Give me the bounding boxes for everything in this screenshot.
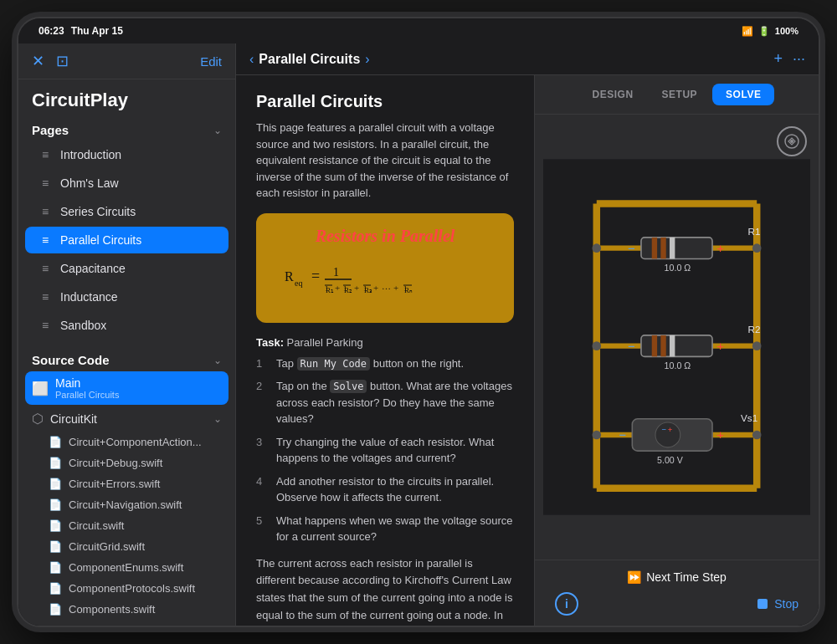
svg-point-69	[752, 431, 762, 440]
next-step-icon: ⏩	[627, 570, 641, 584]
file-name: Circuit+ComponentAction...	[69, 436, 202, 448]
file-icon: 📄	[49, 436, 62, 448]
formula-title: Resistors in Parallel	[270, 227, 501, 246]
tab-setup[interactable]: SETUP	[649, 84, 711, 105]
file-icon: 📄	[49, 478, 62, 490]
svg-text:+: +	[393, 283, 398, 293]
doc-intro: This page features a parallel circuit wi…	[256, 120, 514, 202]
svg-text:10.0 Ω: 10.0 Ω	[665, 263, 691, 273]
sidebar-item-sandbox[interactable]: ≡ Sandbox	[25, 312, 229, 339]
sidebar-item-capacitance[interactable]: ≡ Capacitance	[25, 255, 229, 282]
file-icon: 📄	[49, 519, 62, 532]
circuit-canvas: R1 10.0 Ω − +	[535, 115, 819, 560]
task-num: 1	[256, 355, 270, 372]
svg-text:eq: eq	[295, 279, 302, 288]
file-item-2[interactable]: 📄 Circuit+Debug.swift	[18, 452, 235, 473]
doc-body-paragraph: The current across each resistor in para…	[256, 555, 514, 626]
svg-text:+: +	[716, 428, 724, 442]
svg-text:Rₙ: Rₙ	[404, 286, 413, 294]
next-time-step-button[interactable]: ⏩ Next Time Step	[627, 570, 727, 584]
task-section: Task: Parallel Parking 1 Tap Run My Code…	[256, 336, 514, 545]
edit-button[interactable]: Edit	[200, 54, 222, 69]
content-body: Parallel Circuits This page features a p…	[236, 75, 819, 626]
split-view-button[interactable]: ⊡	[56, 52, 69, 70]
file-item-1[interactable]: 📄 Circuit+ComponentAction...	[18, 432, 235, 452]
svg-text:+: +	[335, 283, 340, 293]
svg-text:=: =	[311, 268, 320, 284]
page-icon: ≡	[39, 233, 52, 247]
pages-section-header: Pages ⌄	[18, 116, 235, 141]
file-icon: 📄	[49, 561, 62, 574]
task-item-5: 5 What happens when we swap the voltage …	[256, 513, 514, 545]
nav-item-label: Introduction	[60, 148, 121, 161]
resistors-formula-box: Resistors in Parallel R eq = 1 1 R₁	[256, 213, 514, 323]
svg-point-66	[592, 431, 601, 440]
ar-button[interactable]	[777, 126, 807, 156]
sidebar: ✕ ⊡ Edit CircuitPlay Pages ⌄ ≡ Introduct…	[18, 43, 236, 626]
stop-icon	[757, 599, 768, 609]
nav-arrows: ‹ Parallel Circuits ›	[249, 52, 370, 67]
svg-rect-39	[670, 238, 675, 259]
file-item-7[interactable]: 📄 ComponentEnums.swift	[18, 557, 235, 578]
close-button[interactable]: ✕	[32, 52, 44, 70]
tab-design[interactable]: DESIGN	[579, 84, 647, 105]
svg-text:+: +	[354, 283, 359, 293]
file-name: ComponentProtocols.swift	[69, 582, 195, 595]
task-text: Try changing the value of each resistor.…	[276, 434, 514, 467]
app-title: CircuitPlay	[18, 79, 235, 116]
svg-text:+: +	[373, 283, 378, 293]
sidebar-item-ohms-law[interactable]: ≡ Ohm's Law	[25, 170, 229, 197]
next-page-button[interactable]: ›	[365, 52, 369, 67]
task-label: Task: Parallel Parking	[256, 336, 514, 349]
bottom-controls: i Stop	[548, 592, 805, 616]
content-toolbar: ‹ Parallel Circuits › + ···	[236, 43, 819, 75]
source-chevron-icon: ⌄	[213, 355, 222, 366]
sidebar-item-parallel-circuits[interactable]: ≡ Parallel Circuits	[25, 227, 229, 253]
stop-label: Stop	[774, 597, 798, 611]
main-item-name: Main	[55, 376, 119, 390]
svg-point-68	[752, 341, 762, 350]
task-list: 1 Tap Run My Code button on the right. 2…	[256, 355, 514, 545]
file-item-4[interactable]: 📄 Circuit+Navigation.swift	[18, 494, 235, 515]
add-page-button[interactable]: +	[773, 50, 783, 68]
svg-text:10.0 Ω: 10.0 Ω	[665, 360, 691, 371]
task-label-bold: Task:	[256, 336, 284, 349]
source-code-title: Source Code	[32, 353, 110, 367]
main-item-subtitle: Parallel Circuits	[55, 390, 119, 400]
prev-page-button[interactable]: ‹	[249, 52, 254, 67]
circuit-diagram-svg: R1 10.0 Ω − +	[543, 123, 810, 551]
file-name: Circuit+Errors.swift	[69, 478, 160, 490]
task-item-4: 4 Add another resistor to the circuits i…	[256, 473, 514, 506]
sidebar-item-inductance[interactable]: ≡ Inductance	[25, 284, 229, 310]
info-button[interactable]: i	[555, 592, 578, 616]
svg-text:1: 1	[333, 266, 339, 279]
source-main-item[interactable]: ⬜ Main Parallel Circuits	[25, 371, 229, 405]
content-page-title: Parallel Circuits	[259, 52, 360, 67]
svg-text:−: −	[661, 425, 666, 434]
pages-section-title: Pages	[32, 123, 69, 137]
file-item-3[interactable]: 📄 Circuit+Errors.swift	[18, 473, 235, 494]
file-item-6[interactable]: 📄 CircuitGrid.swift	[18, 536, 235, 557]
svg-text:+: +	[716, 242, 724, 255]
svg-text:R₂: R₂	[344, 286, 352, 294]
task-num: 2	[256, 378, 270, 427]
svg-text:R1: R1	[748, 226, 761, 237]
sidebar-item-introduction[interactable]: ≡ Introduction	[25, 141, 229, 168]
file-item-8[interactable]: 📄 ComponentProtocols.swift	[18, 578, 235, 599]
svg-rect-47	[652, 335, 657, 357]
svg-text:R: R	[285, 269, 294, 284]
svg-rect-49	[670, 335, 675, 357]
file-icon: 📄	[49, 498, 62, 511]
task-num: 3	[256, 434, 270, 467]
svg-text:+: +	[716, 340, 724, 353]
file-item-5[interactable]: 📄 Circuit.swift	[18, 515, 235, 536]
file-item-9[interactable]: 📄 Components.swift	[18, 599, 235, 620]
stop-button[interactable]: Stop	[757, 597, 798, 611]
sidebar-item-series-circuits[interactable]: ≡ Series Circuits	[25, 198, 229, 225]
ar-icon	[783, 133, 800, 150]
circuit-kit-header[interactable]: ⬡ CircuitKit ⌄	[18, 406, 235, 432]
file-name: Components.swift	[69, 603, 155, 616]
tab-solve[interactable]: SOLVE	[712, 84, 774, 105]
more-options-button[interactable]: ···	[793, 50, 805, 68]
task-item-1: 1 Tap Run My Code button on the right.	[256, 355, 514, 372]
